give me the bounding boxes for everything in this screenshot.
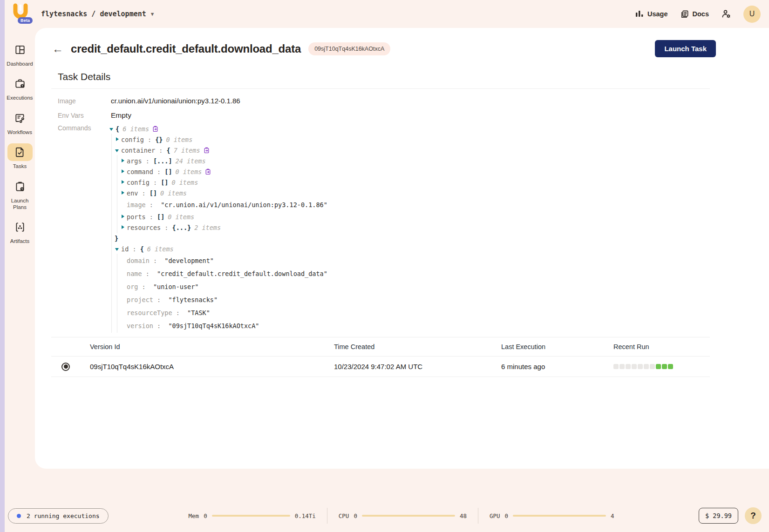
indent-guide (115, 177, 120, 188)
indent-guide (109, 280, 115, 293)
avatar-initial: U (749, 10, 755, 18)
run-square-empty[interactable] (632, 364, 637, 369)
avatar[interactable]: U (743, 6, 761, 23)
sidebar: Dashboard Executions Workflows (5, 28, 35, 532)
page-title: credit_default.credit_default.download_d… (71, 42, 301, 55)
launch-task-button[interactable]: Launch Task (655, 40, 716, 57)
docs-icon (680, 10, 689, 19)
column-header-time-created: Time Created (334, 343, 501, 350)
tasks-icon (14, 146, 26, 158)
commands-row: Commands {6 itemsconfig : {}0 itemsconta… (58, 122, 710, 333)
json-colon: : (172, 309, 184, 317)
json-item-count: 7 items (174, 147, 200, 154)
indent-guide (109, 319, 115, 332)
json-key: image (127, 201, 146, 209)
indent-guide (115, 222, 120, 233)
expand-caret-icon[interactable] (120, 225, 127, 230)
run-square-empty[interactable] (626, 364, 631, 369)
run-square-empty[interactable] (638, 364, 643, 369)
json-item-count: 0 items (168, 213, 194, 221)
run-square-success[interactable] (668, 364, 673, 369)
running-executions-label: 2 running executions (27, 512, 100, 519)
row-version-id: 09sjT10qTq4sK16kAOtxcA (90, 363, 334, 370)
brand: Beta flytesnacks / development ▼ (11, 3, 154, 25)
indent-guide (115, 293, 120, 306)
back-button[interactable]: ← (52, 43, 63, 54)
json-punctuation: { (140, 245, 144, 253)
json-colon: : (138, 189, 149, 197)
collapse-caret-icon[interactable] (109, 127, 116, 131)
sidebar-item-label: Dashboard (7, 61, 33, 67)
expand-caret-icon[interactable] (120, 191, 127, 195)
expand-caret-icon[interactable] (120, 180, 127, 185)
help-button[interactable]: ? (745, 507, 762, 524)
collapse-caret-icon[interactable] (115, 148, 121, 153)
run-square-empty[interactable] (613, 364, 619, 369)
cpu-gauge-end: 48 (460, 512, 467, 519)
run-square-success[interactable] (662, 364, 667, 369)
run-square-empty[interactable] (619, 364, 625, 369)
json-tree-row: id : {6 items (109, 243, 327, 254)
json-tree-row: config : []0 items (109, 177, 327, 188)
indent-guide (109, 188, 115, 198)
cost-button[interactable]: $ 29.99 (699, 508, 738, 524)
sidebar-item-artifacts[interactable]: Artifacts (6, 218, 34, 244)
workflows-icon (14, 112, 26, 124)
sidebar-item-executions[interactable]: Executions (6, 75, 34, 101)
json-key: id (121, 245, 129, 253)
run-square-empty[interactable] (650, 364, 655, 369)
cpu-gauge-label: CPU (339, 512, 349, 519)
mem-gauge: Mem 0 0.14Ti (189, 512, 316, 519)
docs-link[interactable]: Docs (680, 10, 709, 19)
breadcrumb[interactable]: flytesnacks / development ▼ (41, 10, 154, 18)
cpu-gauge: CPU 0 48 (339, 512, 467, 519)
indent-guide (115, 267, 120, 280)
task-details-heading: Task Details (58, 71, 710, 82)
caret-spacer (120, 271, 127, 276)
caret-spacer (120, 284, 127, 289)
json-punctuation: [] (150, 189, 157, 197)
usage-link[interactable]: Usage (635, 10, 668, 18)
task-details-section: Task Details Image cr.union.ai/v1/uniona… (35, 57, 769, 333)
indent-guide (109, 145, 115, 155)
json-tree-row: args : [...]24 items (109, 155, 327, 166)
caret-spacer (120, 310, 127, 315)
collapse-caret-icon[interactable] (115, 247, 121, 251)
user-settings-button[interactable] (721, 9, 731, 19)
sidebar-item-launch-plans[interactable]: Launch Plans (6, 178, 34, 211)
json-key: container (121, 147, 155, 154)
indent-guide (109, 211, 115, 222)
question-mark-icon: ? (750, 511, 756, 521)
running-executions-button[interactable]: 2 running executions (8, 508, 109, 524)
gpu-gauge-track (513, 515, 606, 517)
json-punctuation: [] (157, 213, 164, 221)
run-square-empty[interactable] (644, 364, 649, 369)
json-item-count: 6 items (147, 245, 174, 253)
version-radio-selected[interactable] (61, 363, 70, 371)
sidebar-item-dashboard[interactable]: Dashboard (6, 41, 34, 67)
image-row: Image cr.union.ai/v1/unionai/union:py3.1… (58, 94, 710, 108)
expand-caret-icon[interactable] (115, 137, 121, 142)
mem-gauge-start: 0 (204, 512, 207, 519)
expand-caret-icon[interactable] (120, 215, 127, 219)
copy-icon[interactable] (204, 147, 210, 154)
table-row[interactable]: 09sjT10qTq4sK16kAOtxcA 10/23/2024 9:47:0… (51, 357, 710, 377)
column-header-version-id: Version Id (90, 343, 334, 350)
window-edge-strip (0, 0, 5, 532)
expand-caret-icon[interactable] (120, 169, 127, 174)
copy-icon[interactable] (205, 168, 211, 175)
json-value: "flytesnacks" (164, 296, 218, 303)
run-square-success[interactable] (656, 364, 661, 369)
expand-caret-icon[interactable] (120, 159, 127, 163)
env-vars-label: Env Vars (58, 112, 111, 119)
sidebar-item-tasks[interactable]: Tasks (6, 143, 34, 169)
json-colon: : (142, 157, 153, 165)
sidebar-item-label: Workflows (7, 129, 32, 135)
union-logo[interactable]: Beta (11, 3, 32, 25)
caret-spacer (120, 258, 127, 263)
copy-icon[interactable] (152, 126, 158, 132)
breadcrumb-label: flytesnacks / development (41, 10, 146, 18)
gpu-gauge-end: 4 (611, 512, 614, 519)
json-colon: : (144, 136, 155, 143)
sidebar-item-workflows[interactable]: Workflows (6, 109, 34, 135)
